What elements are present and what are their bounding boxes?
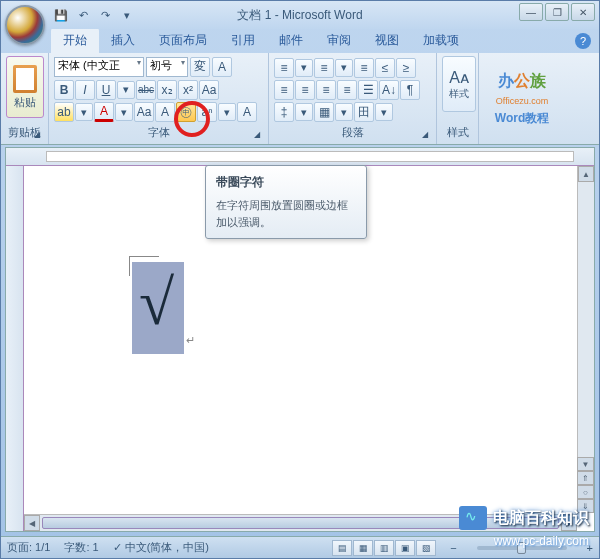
office-button[interactable] (5, 5, 45, 45)
scroll-left-icon[interactable]: ◀ (24, 515, 40, 531)
watermark-url: Officezu.com (496, 96, 548, 106)
indent-left-button[interactable]: ≤ (375, 58, 395, 78)
footer-watermark: 电脑百科知识 (459, 506, 589, 530)
minimize-button[interactable]: — (519, 3, 543, 21)
view-print-layout[interactable]: ▤ (332, 540, 352, 556)
ribbon-tabs: 开始 插入 页面布局 引用 邮件 审阅 视图 加载项 (1, 29, 599, 53)
qat-more-icon[interactable]: ▾ (117, 5, 137, 25)
enclose-char-button[interactable]: ㊥ (176, 102, 196, 122)
line-spacing-button[interactable]: ‡ (274, 102, 294, 122)
styles-button[interactable]: Aᴀ 样式 (442, 56, 476, 112)
align-left-button[interactable]: ≡ (274, 80, 294, 100)
numbering-more[interactable]: ▾ (335, 59, 353, 77)
indent-right-button[interactable]: ≥ (396, 58, 416, 78)
status-words[interactable]: 字数: 1 (64, 540, 98, 555)
paste-button[interactable]: 粘贴 (6, 56, 44, 118)
box-a-button[interactable]: A (212, 57, 232, 77)
tab-layout[interactable]: 页面布局 (147, 28, 219, 53)
lang-check-icon: ✓ (113, 541, 122, 554)
borders-more[interactable]: ▾ (375, 103, 393, 121)
highlight-more[interactable]: ▾ (75, 103, 93, 121)
bold-button[interactable]: B (54, 80, 74, 100)
numbering-button[interactable]: ≡ (314, 58, 334, 78)
font-group: 宋体 (中文正 初号 変 A B I U ▾ abc x₂ x² Aa ab ▾… (49, 53, 269, 144)
status-language-label: 中文(简体，中国) (125, 540, 209, 555)
view-outline[interactable]: ▣ (395, 540, 415, 556)
show-marks-button[interactable]: ¶ (400, 80, 420, 100)
subscript-button[interactable]: x₂ (157, 80, 177, 100)
tab-mailings[interactable]: 邮件 (267, 28, 315, 53)
horizontal-ruler[interactable] (6, 148, 594, 166)
superscript-button[interactable]: x² (178, 80, 198, 100)
font-color-more[interactable]: ▾ (115, 103, 133, 121)
shading-more[interactable]: ▾ (335, 103, 353, 121)
phonetic-more[interactable]: ▾ (218, 103, 236, 121)
watermark-sub: Word教程 (495, 110, 549, 127)
window-title: 文档 1 - Microsoft Word (237, 7, 362, 24)
align-center-button[interactable]: ≡ (295, 80, 315, 100)
vertical-ruler[interactable] (6, 166, 24, 531)
distribute-button[interactable]: ☰ (358, 80, 378, 100)
tab-addins[interactable]: 加载项 (411, 28, 471, 53)
ribbon-watermark: 办公族 Officezu.com Word教程 (479, 53, 565, 144)
borders-button[interactable]: 田 (354, 102, 374, 122)
paragraph-mark: ↵ (186, 334, 195, 347)
sort-button[interactable]: A↓ (379, 80, 399, 100)
justify-button[interactable]: ≡ (337, 80, 357, 100)
save-icon[interactable]: 💾 (51, 5, 71, 25)
browse-nav: ▼ ⇑ ○ ⇓ (577, 457, 594, 513)
browse-object-icon[interactable]: ○ (577, 485, 594, 499)
bullets-button[interactable]: ≡ (274, 58, 294, 78)
char-border-button[interactable]: A (155, 102, 175, 122)
underline-more[interactable]: ▾ (117, 81, 135, 99)
highlight-button[interactable]: ab (54, 102, 74, 122)
wen-button[interactable]: 変 (190, 57, 210, 77)
styles-icon: Aᴀ (449, 68, 469, 87)
help-icon[interactable]: ? (575, 33, 591, 49)
tab-view[interactable]: 视图 (363, 28, 411, 53)
paste-label: 粘贴 (14, 95, 36, 110)
maximize-button[interactable]: ❐ (545, 3, 569, 21)
close-button[interactable]: ✕ (571, 3, 595, 21)
tooltip-description: 在字符周围放置圆圈或边框加以强调。 (216, 197, 356, 230)
bullets-more[interactable]: ▾ (295, 59, 313, 77)
aa-button[interactable]: Aa (134, 102, 154, 122)
zoom-out-button[interactable]: − (450, 542, 456, 554)
a2-button[interactable]: A (237, 102, 257, 122)
scroll-up-icon[interactable]: ▲ (578, 166, 594, 182)
font-name-select[interactable]: 宋体 (中文正 (54, 57, 144, 77)
scroll-down-icon[interactable]: ▼ (577, 457, 594, 471)
redo-icon[interactable]: ↷ (95, 5, 115, 25)
paragraph-launcher[interactable]: ◢ (422, 130, 434, 142)
underline-button[interactable]: U (96, 80, 116, 100)
view-web-layout[interactable]: ▥ (374, 540, 394, 556)
prev-page-icon[interactable]: ⇑ (577, 471, 594, 485)
status-page[interactable]: 页面: 1/1 (7, 540, 50, 555)
paste-icon (13, 65, 37, 93)
spacing-more[interactable]: ▾ (295, 103, 313, 121)
tab-home[interactable]: 开始 (51, 28, 99, 53)
strikethrough-button[interactable]: abc (136, 80, 156, 100)
shading-button[interactable]: ▦ (314, 102, 334, 122)
undo-icon[interactable]: ↶ (73, 5, 93, 25)
font-color-button[interactable]: A (94, 102, 114, 122)
cursor-guide-v (129, 256, 130, 276)
status-language[interactable]: ✓ 中文(简体，中国) (113, 540, 209, 555)
tab-review[interactable]: 审阅 (315, 28, 363, 53)
footer-watermark-icon (459, 506, 487, 530)
phonetic-button[interactable]: aⁿ (197, 102, 217, 122)
styles-btn-label: 样式 (449, 87, 469, 101)
clipboard-launcher[interactable]: ◢ (34, 130, 46, 142)
tab-references[interactable]: 引用 (219, 28, 267, 53)
align-right-button[interactable]: ≡ (316, 80, 336, 100)
tab-insert[interactable]: 插入 (99, 28, 147, 53)
view-draft[interactable]: ▧ (416, 540, 436, 556)
font-launcher[interactable]: ◢ (254, 130, 266, 142)
styles-group: Aᴀ 样式 样式 (437, 53, 479, 144)
multilevel-button[interactable]: ≡ (354, 58, 374, 78)
view-full-screen[interactable]: ▦ (353, 540, 373, 556)
italic-button[interactable]: I (75, 80, 95, 100)
change-case-button[interactable]: Aa (199, 80, 219, 100)
font-size-select[interactable]: 初号 (146, 57, 188, 77)
tooltip-title: 带圈字符 (216, 174, 356, 191)
